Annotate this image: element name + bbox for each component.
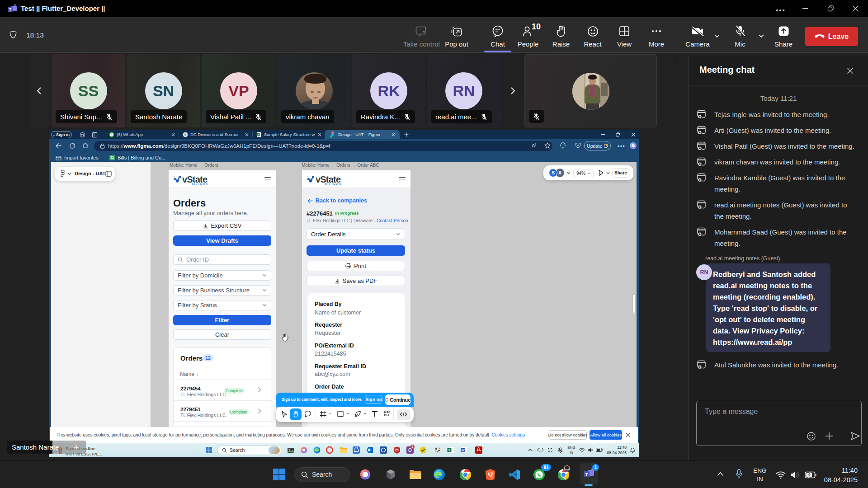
svg-text:W: W (462, 449, 465, 452)
svg-text:T: T (9, 7, 12, 12)
svg-text:FILINGS: FILINGS (192, 183, 208, 185)
svg-text:X: X (448, 449, 451, 452)
svg-text:X: X (257, 133, 259, 136)
svg-text:FILINGS: FILINGS (325, 183, 342, 185)
svg-text:T: T (585, 472, 588, 477)
